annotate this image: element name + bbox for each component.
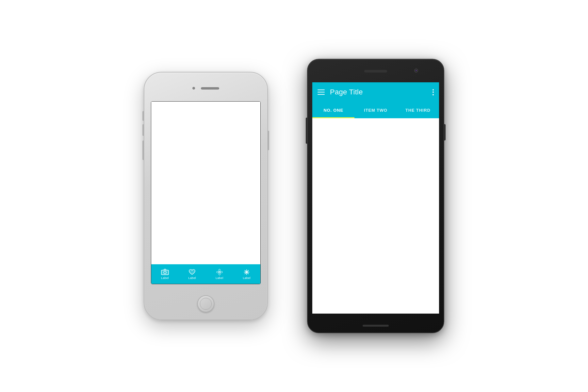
android-screen: Page Title NO. ONE ITEM TWO THE THIRD [312, 82, 439, 314]
overflow-menu-icon[interactable] [433, 89, 434, 95]
iphone-earpiece-area [192, 87, 219, 90]
android-earpiece [364, 70, 387, 73]
svg-point-5 [217, 271, 219, 273]
overflow-dot-3 [433, 94, 434, 95]
android-bottom-bar [363, 325, 389, 327]
iphone-tab-bar: Label Label [151, 264, 260, 284]
iphone-tab-1[interactable]: Label [151, 269, 179, 280]
android-camera-lens [416, 70, 417, 71]
iphone-screen: Label Label [151, 101, 261, 284]
android-screen-content: Page Title NO. ONE ITEM TWO THE THIRD [312, 82, 439, 314]
page-title: Page Title [330, 88, 427, 96]
iphone-tab-4-label: Label [243, 276, 251, 280]
hamburger-menu-icon[interactable] [318, 90, 325, 95]
iphone-speaker [201, 87, 219, 90]
iphone-camera [192, 87, 195, 90]
overflow-dot-1 [433, 89, 434, 90]
iphone-screen-content: Label Label [151, 102, 260, 284]
iphone-vol-down-button [142, 140, 144, 160]
hamburger-line-3 [318, 94, 325, 95]
tab-item-two-label: ITEM TWO [364, 108, 387, 113]
svg-rect-0 [161, 270, 169, 275]
iphone-mute-button [142, 111, 144, 121]
iphone-tab-3[interactable]: Label [206, 269, 233, 280]
iphone-tab-2[interactable]: Label [179, 269, 206, 280]
tab-no-one-label: NO. ONE [323, 108, 343, 113]
iphone-power-button [268, 131, 269, 150]
asterisk-icon [242, 269, 251, 276]
android-volume-button [306, 118, 307, 144]
tab-item-two[interactable]: ITEM TWO [354, 102, 397, 118]
iphone-main-content [151, 102, 260, 264]
iphone-vol-up-button [142, 124, 144, 136]
iphone-tab-1-label: Label [161, 276, 169, 280]
flower-icon [215, 269, 224, 276]
android-actionbar: Page Title [312, 82, 439, 102]
android-mockup: Page Title NO. ONE ITEM TWO THE THIRD [307, 59, 444, 333]
svg-point-4 [219, 273, 220, 275]
android-power-button [444, 124, 446, 140]
svg-point-3 [219, 269, 220, 271]
tab-no-one[interactable]: NO. ONE [312, 102, 354, 118]
hamburger-line-2 [318, 92, 325, 92]
iphone-tab-3-label: Label [216, 276, 223, 280]
overflow-dot-2 [433, 91, 434, 93]
tab-the-third-label: THE THIRD [405, 108, 431, 113]
iphone-home-ring [200, 298, 212, 310]
photo-icon [161, 269, 169, 276]
svg-point-6 [220, 271, 222, 273]
hamburger-line-1 [318, 90, 325, 90]
android-camera [414, 69, 418, 73]
heart-icon [188, 269, 196, 276]
iphone-mockup: Label Label [144, 72, 268, 320]
android-tab-bar: NO. ONE ITEM TWO THE THIRD [312, 102, 439, 118]
iphone-home-button[interactable] [197, 295, 214, 312]
svg-point-2 [219, 271, 220, 273]
iphone-tab-4[interactable]: Label [233, 269, 261, 280]
iphone-tab-2-label: Label [188, 276, 196, 280]
android-main-content [312, 118, 439, 314]
tab-the-third[interactable]: THE THIRD [397, 102, 439, 118]
